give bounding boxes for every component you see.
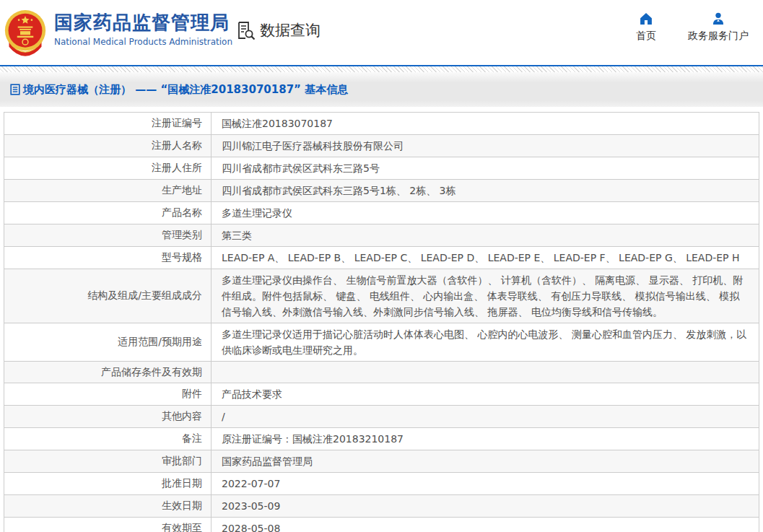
row-value: 2028-05-08 bbox=[212, 518, 759, 532]
table-row: 产品名称多道生理记录仪 bbox=[4, 202, 759, 224]
site-header: 国家药品监督管理局 National Medical Products Admi… bbox=[0, 0, 763, 65]
table-row: 审批部门国家药品监督管理局 bbox=[4, 450, 759, 473]
row-label: 备注 bbox=[4, 428, 212, 450]
row-label: 注册证编号 bbox=[4, 113, 212, 135]
table-row: 备注原注册证编号：国械注准20183210187 bbox=[4, 428, 759, 450]
registration-info-table: 注册证编号国械注准20183070187注册人名称四川锦江电子医疗器械科技股份有… bbox=[4, 112, 759, 532]
row-label: 附件 bbox=[4, 383, 212, 406]
table-row: 适用范围/预期用途多道生理记录仪适用于描记心脏活动时人体体表心电图、 心腔内的心… bbox=[4, 323, 759, 362]
row-label: 其他内容 bbox=[4, 406, 212, 428]
nav-label: 政务服务门户 bbox=[688, 30, 749, 43]
table-row: 管理类别第三类 bbox=[4, 224, 759, 247]
nav-label: 首页 bbox=[636, 30, 656, 43]
row-value: 四川锦江电子医疗器械科技股份有限公司 bbox=[212, 135, 759, 157]
row-label: 注册人住所 bbox=[4, 157, 212, 180]
nav-item-portal[interactable]: 政务服务门户 bbox=[688, 12, 749, 43]
table-row: 生效日期2023-05-09 bbox=[4, 495, 759, 518]
row-label: 产品储存条件及有效期 bbox=[4, 362, 212, 383]
top-nav: 首页 政务服务门户 bbox=[636, 12, 749, 43]
registration-info-table-wrap: 注册证编号国械注准20183070187注册人名称四川锦江电子医疗器械科技股份有… bbox=[4, 112, 759, 532]
site-subtitle: National Medical Products Administration bbox=[54, 37, 232, 47]
row-value: 四川省成都市武侯区武科东三路5号 bbox=[212, 157, 759, 180]
document-search-icon bbox=[236, 21, 256, 40]
data-query-label: 数据查询 bbox=[260, 20, 321, 40]
row-value: LEAD-EP A、 LEAD-EP B、 LEAD-EP C、 LEAD-EP… bbox=[212, 247, 759, 269]
row-label: 生产地址 bbox=[4, 180, 212, 202]
row-label: 批准日期 bbox=[4, 473, 212, 495]
table-row: 有效期至2028-05-08 bbox=[4, 518, 759, 532]
table-row: 其他内容/ bbox=[4, 406, 759, 428]
table-row: 附件产品技术要求 bbox=[4, 383, 759, 406]
row-label: 型号规格 bbox=[4, 247, 212, 269]
row-value: / bbox=[212, 406, 759, 428]
table-row: 产品储存条件及有效期 bbox=[4, 362, 759, 383]
row-value: 多道生理记录仪适用于描记心脏活动时人体体表心电图、 心腔内的心电波形、 测量心腔… bbox=[212, 323, 759, 362]
row-label: 审批部门 bbox=[4, 450, 212, 473]
table-row: 注册人住所四川省成都市武侯区武科东三路5号 bbox=[4, 157, 759, 180]
row-value: 2022-07-07 bbox=[212, 473, 759, 495]
table-row: 注册人名称四川锦江电子医疗器械科技股份有限公司 bbox=[4, 135, 759, 157]
hatch-texture-band bbox=[0, 66, 763, 72]
row-value: 多道生理记录仪由操作台、 生物信号前置放大器（含软件）、 计算机（含软件）、 隔… bbox=[212, 269, 759, 323]
row-label: 注册人名称 bbox=[4, 135, 212, 157]
row-label: 结构及组成/主要组成成分 bbox=[4, 269, 212, 323]
row-label: 适用范围/预期用途 bbox=[4, 323, 212, 362]
table-row: 型号规格LEAD-EP A、 LEAD-EP B、 LEAD-EP C、 LEA… bbox=[4, 247, 759, 269]
row-value: 2023-05-09 bbox=[212, 495, 759, 518]
home-icon bbox=[639, 12, 653, 26]
table-row: 结构及组成/主要组成成分多道生理记录仪由操作台、 生物信号前置放大器（含软件）、… bbox=[4, 269, 759, 323]
row-value: 国械注准20183070187 bbox=[212, 113, 759, 135]
site-title: 国家药品监督管理局 bbox=[54, 11, 232, 34]
row-label: 管理类别 bbox=[4, 224, 212, 247]
national-emblem-icon bbox=[4, 8, 47, 57]
list-icon bbox=[10, 84, 20, 95]
row-value: 国家药品监督管理局 bbox=[212, 450, 759, 473]
row-value: 四川省成都市武侯区武科东三路5号1栋、 2栋、 3栋 bbox=[212, 180, 759, 202]
row-label: 有效期至 bbox=[4, 518, 212, 532]
row-value bbox=[212, 362, 759, 383]
breadcrumb-text: 境内医疗器械（注册） —— “国械注准20183070187” 基本信息 bbox=[23, 83, 348, 97]
site-title-block: 国家药品监督管理局 National Medical Products Admi… bbox=[54, 11, 232, 47]
data-query-link[interactable]: 数据查询 bbox=[236, 20, 321, 40]
row-value: 第三类 bbox=[212, 224, 759, 247]
table-row: 生产地址四川省成都市武侯区武科东三路5号1栋、 2栋、 3栋 bbox=[4, 180, 759, 202]
user-icon bbox=[711, 12, 725, 26]
row-value: 产品技术要求 bbox=[212, 383, 759, 406]
row-value: 多道生理记录仪 bbox=[212, 202, 759, 224]
table-row: 注册证编号国械注准20183070187 bbox=[4, 113, 759, 135]
breadcrumb: 境内医疗器械（注册） —— “国械注准20183070187” 基本信息 bbox=[0, 72, 763, 107]
table-row: 批准日期2022-07-07 bbox=[4, 473, 759, 495]
row-label: 生效日期 bbox=[4, 495, 212, 518]
row-label: 产品名称 bbox=[4, 202, 212, 224]
row-value: 原注册证编号：国械注准20183210187 bbox=[212, 428, 759, 450]
nav-item-home[interactable]: 首页 bbox=[636, 12, 656, 43]
